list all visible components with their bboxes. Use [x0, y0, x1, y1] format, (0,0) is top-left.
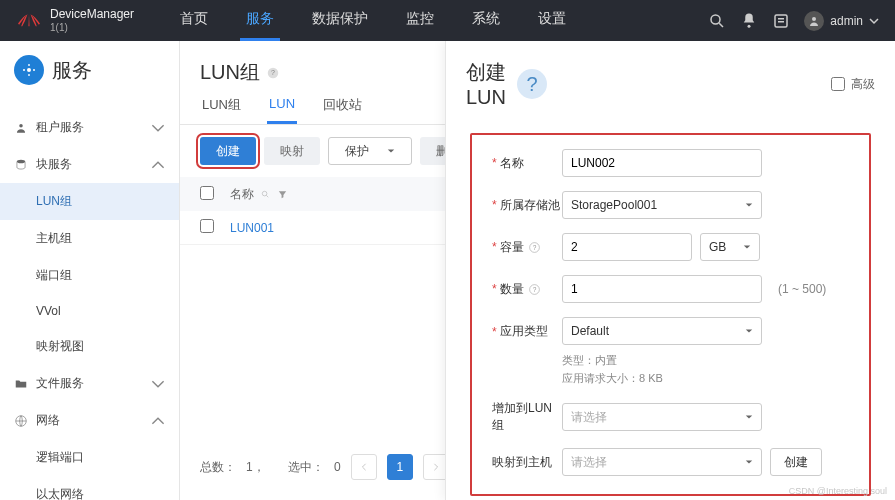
svg-text:?: ?	[526, 73, 537, 95]
svg-point-9	[17, 159, 25, 163]
sidebar-sub-ethernet[interactable]: 以太网络	[0, 476, 179, 500]
col-name: 名称	[230, 186, 254, 203]
nav-data-protect[interactable]: 数据保护	[306, 0, 374, 41]
nav-service[interactable]: 服务	[240, 0, 280, 41]
info-icon[interactable]: ?	[528, 241, 541, 254]
lun-name-link[interactable]: LUN001	[230, 221, 274, 235]
nav-home[interactable]: 首页	[174, 0, 214, 41]
brand: DeviceManager 1(1)	[16, 8, 134, 32]
advanced-toggle[interactable]: 高级	[831, 76, 875, 93]
sidebar-sub-vvol[interactable]: VVol	[0, 294, 179, 328]
nav-system[interactable]: 系统	[466, 0, 506, 41]
sidebar-item-block[interactable]: 块服务	[0, 146, 179, 183]
watermark: CSDN @Interesting soul	[789, 486, 887, 496]
protect-dropdown[interactable]: 保护	[328, 137, 412, 165]
caret-down-icon	[745, 201, 753, 209]
row-checkbox[interactable]	[200, 219, 214, 233]
label-pool: 所属存储池	[500, 197, 560, 214]
pager: 总数：1， 选中：0 1	[180, 442, 469, 492]
search-col-icon[interactable]	[260, 189, 271, 200]
caret-down-icon	[387, 147, 395, 155]
sidebar-label-file: 文件服务	[36, 375, 84, 392]
sidebar-label-network: 网络	[36, 412, 60, 429]
top-nav: 首页 服务 数据保护 监控 系统 设置	[174, 0, 572, 41]
filter-name-icon[interactable]	[277, 189, 288, 200]
user-name: admin	[830, 14, 863, 28]
create-button[interactable]: 创建	[200, 137, 256, 165]
sidebar-sub-mapping[interactable]: 映射视图	[0, 328, 179, 365]
chevron-down-icon	[151, 121, 165, 135]
svg-line-1	[720, 23, 724, 27]
capacity-input[interactable]	[562, 233, 692, 261]
sidebar-item-network[interactable]: 网络	[0, 402, 179, 439]
drawer-title: 创建LUN	[466, 59, 506, 109]
search-icon[interactable]	[708, 12, 726, 30]
brand-title: DeviceManager	[50, 8, 134, 21]
sidebar-label-tenant: 租户服务	[36, 119, 84, 136]
sidebar: 服务 租户服务 块服务 LUN组 主机组 端口组 VVol 映射视图 文件服务 …	[0, 41, 180, 500]
count-input[interactable]	[562, 275, 762, 303]
svg-text:?: ?	[271, 69, 275, 76]
create-lun-drawer: 创建LUN ? 高级 *名称 *所属存储池 StoragePool001	[445, 41, 895, 500]
tab-lungroup[interactable]: LUN组	[200, 96, 243, 124]
label-addgroup: 增加到LUN组	[492, 400, 562, 434]
help-icon[interactable]: ?	[512, 64, 552, 104]
pool-select[interactable]: StoragePool001	[562, 191, 762, 219]
caret-down-icon	[745, 327, 753, 335]
caret-down-icon	[743, 243, 751, 251]
sidebar-title: 服务	[52, 57, 92, 84]
label-maphost: 映射到主机	[492, 454, 552, 471]
help-icon[interactable]: ?	[266, 66, 280, 80]
svg-text:?: ?	[532, 243, 536, 250]
user-menu[interactable]: admin	[804, 11, 879, 31]
svg-line-15	[266, 195, 268, 197]
svg-point-6	[812, 17, 816, 21]
sidebar-item-tenant[interactable]: 租户服务	[0, 109, 179, 146]
map-button[interactable]: 映射	[264, 137, 320, 165]
chevron-up-icon	[151, 414, 165, 428]
bell-icon[interactable]	[740, 12, 758, 30]
nav-monitor[interactable]: 监控	[400, 0, 440, 41]
addgroup-select[interactable]: 请选择	[562, 403, 762, 431]
sidebar-item-file[interactable]: 文件服务	[0, 365, 179, 402]
chevron-up-icon	[151, 158, 165, 172]
label-apptype: 应用类型	[500, 323, 548, 340]
sidebar-sub-hostgroup[interactable]: 主机组	[0, 220, 179, 257]
huawei-logo-icon	[16, 13, 42, 29]
label-capacity: 容量	[500, 239, 524, 256]
caret-down-icon	[745, 413, 753, 421]
info-icon[interactable]: ?	[528, 283, 541, 296]
svg-point-0	[711, 15, 720, 24]
page-1-button[interactable]: 1	[387, 454, 413, 480]
chevron-down-icon	[151, 377, 165, 391]
label-name: 名称	[500, 155, 524, 172]
tab-recycle[interactable]: 回收站	[321, 96, 364, 124]
capacity-unit-select[interactable]: GB	[700, 233, 760, 261]
svg-point-2	[748, 24, 751, 27]
prev-page-button[interactable]	[351, 454, 377, 480]
nav-settings[interactable]: 设置	[532, 0, 572, 41]
count-hint: (1 ~ 500)	[778, 282, 826, 296]
brand-subtitle: 1(1)	[50, 22, 134, 33]
avatar-icon	[804, 11, 824, 31]
select-all-checkbox[interactable]	[200, 186, 214, 200]
name-input[interactable]	[562, 149, 762, 177]
svg-point-14	[262, 191, 267, 196]
tab-lun[interactable]: LUN	[267, 96, 297, 124]
maphost-select[interactable]: 请选择	[562, 448, 762, 476]
caret-down-icon	[745, 458, 753, 466]
apptype-select[interactable]: Default	[562, 317, 762, 345]
service-badge-icon	[14, 55, 44, 85]
map-create-button[interactable]: 创建	[770, 448, 822, 476]
svg-text:?: ?	[532, 285, 536, 292]
svg-point-7	[27, 68, 31, 72]
sidebar-sub-logical-port[interactable]: 逻辑端口	[0, 439, 179, 476]
sidebar-sub-lungroup[interactable]: LUN组	[0, 183, 179, 220]
task-icon[interactable]	[772, 12, 790, 30]
chevron-down-icon	[869, 16, 879, 26]
label-count: 数量	[500, 281, 524, 298]
sidebar-label-block: 块服务	[36, 156, 72, 173]
svg-point-8	[19, 123, 23, 127]
sidebar-sub-portgroup[interactable]: 端口组	[0, 257, 179, 294]
